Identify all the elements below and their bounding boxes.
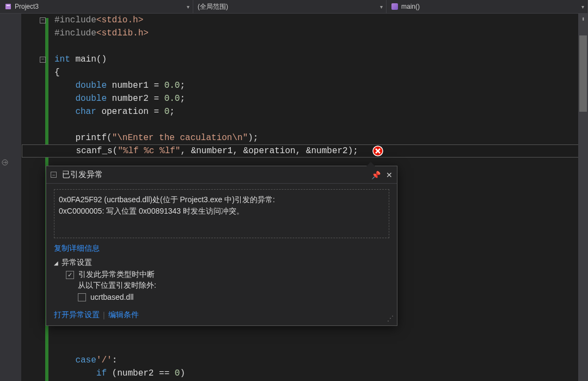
scope-dropdown[interactable]: (全局范围) ▾ <box>193 0 387 13</box>
exception-popup: − 已引发异常 📌 ✕ 0x0FA25F92 (ucrtbased.dll)处(… <box>46 166 397 326</box>
project-name: Project3 <box>15 3 39 10</box>
fold-toggle[interactable]: − <box>40 57 46 63</box>
project-dropdown[interactable]: Project3 ▾ <box>0 0 193 13</box>
fold-toggle[interactable]: − <box>40 17 46 23</box>
popup-pointer <box>366 162 375 166</box>
popup-title: 已引发异常 <box>62 170 371 180</box>
function-name: main() <box>401 3 420 10</box>
copy-details-link[interactable]: 复制详细信息 <box>54 244 389 253</box>
chevron-down-icon: ▾ <box>187 4 189 10</box>
error-icon <box>372 146 383 156</box>
open-exception-settings-link[interactable]: 打开异常设置 <box>54 310 100 320</box>
scope-label: (全局范围) <box>198 2 228 11</box>
break-on-exception-checkbox[interactable]: ✓ <box>66 271 74 279</box>
pin-icon[interactable]: 📌 <box>371 171 381 179</box>
settings-label: 异常设置 <box>62 258 92 268</box>
exception-message-box[interactable]: 0x0FA25F92 (ucrtbased.dll)处(位于 Project3.… <box>54 189 389 238</box>
breakpoint-gutter[interactable] <box>0 14 22 381</box>
current-execution-line: scanf_s("%lf %c %lf", &number1, &operati… <box>22 144 588 158</box>
exception-line-1: 0x0FA25F92 (ucrtbased.dll)处(位于 Project3.… <box>59 194 384 205</box>
svg-rect-1 <box>7 5 10 6</box>
edit-conditions-link[interactable]: 编辑条件 <box>108 310 139 320</box>
exception-settings-expander[interactable]: ◢ 异常设置 <box>54 258 389 268</box>
break-checkbox-label: 引发此异常类型时中断 <box>78 270 155 280</box>
except-from-label: 从以下位置引发时除外: <box>78 281 389 291</box>
chevron-down-icon: ▾ <box>581 4 584 10</box>
navigation-bar: Project3 ▾ (全局范围) ▾ main() ▾ <box>0 0 588 14</box>
resize-grip-icon[interactable]: ⋰ <box>387 315 394 322</box>
divider: | <box>103 311 105 319</box>
vertical-scrollbar[interactable] <box>578 14 588 381</box>
function-dropdown[interactable]: main() ▾ <box>387 0 588 13</box>
split-editor-icon[interactable]: ⬍ <box>579 15 587 23</box>
close-icon[interactable]: ✕ <box>386 171 393 179</box>
current-line-arrow-icon <box>1 159 9 168</box>
scroll-thumb[interactable] <box>579 35 587 112</box>
popup-collapse-toggle[interactable]: − <box>51 172 57 178</box>
project-icon <box>4 3 12 10</box>
method-icon <box>391 3 399 10</box>
expander-arrow-icon: ◢ <box>54 260 58 266</box>
chevron-down-icon: ▾ <box>380 4 383 10</box>
svg-rect-0 <box>5 4 11 9</box>
dll-name-label: ucrtbased.dll <box>90 293 133 301</box>
exception-line-2: 0xC0000005: 写入位置 0x00891343 时发生访问冲突。 <box>59 205 384 217</box>
popup-header: − 已引发异常 📌 ✕ <box>46 166 397 184</box>
dll-exclude-checkbox[interactable] <box>78 293 86 301</box>
